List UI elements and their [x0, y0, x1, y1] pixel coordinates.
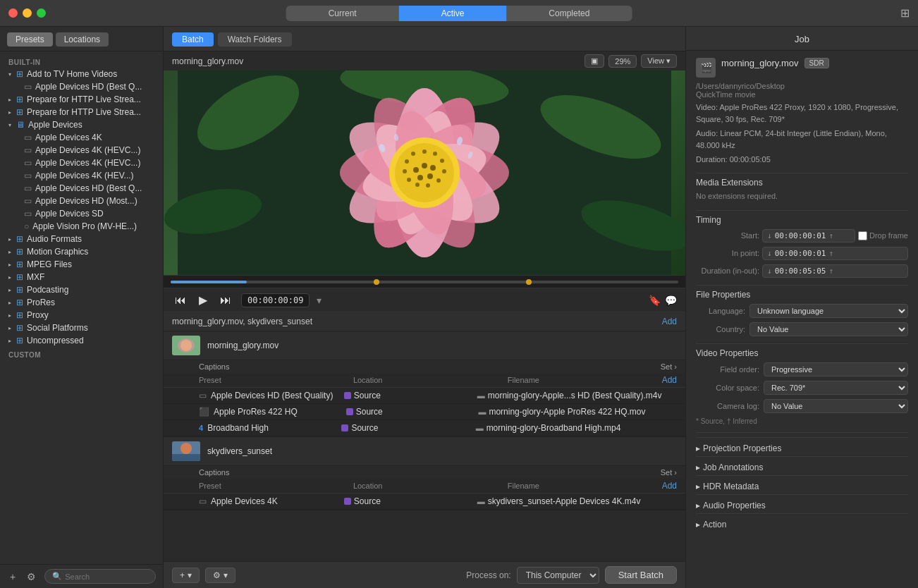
sidebar-item-4k-1[interactable]: ▭ Apple Devices 4K: [0, 131, 163, 144]
sidebar-item-mxf[interactable]: ▸ ⊞ MXF: [0, 271, 163, 283]
sidebar-tab-presets[interactable]: Presets: [7, 32, 53, 47]
drop-frame-checkbox[interactable]: [858, 231, 867, 240]
stepper-up-icon[interactable]: ↑: [828, 249, 833, 258]
stepper-up-icon[interactable]: ↑: [828, 231, 833, 240]
stepper-down-icon[interactable]: ↓: [767, 249, 772, 258]
tab-current[interactable]: Current: [286, 6, 399, 21]
dual-preview-toggle[interactable]: ▣: [585, 54, 604, 68]
file-group-header-1[interactable]: morning_glory.mov: [164, 331, 685, 360]
motion-icon: ⊞: [16, 247, 23, 257]
sidebar-item-4k-hevc-2[interactable]: ▭ Apple Devices 4K (HEVC...): [0, 157, 163, 169]
timeline-track: [171, 281, 678, 283]
sidebar-item-4k-hevc-1[interactable]: ▭ Apple Devices 4K (HEVC...): [0, 144, 163, 157]
drop-frame-check[interactable]: Drop frame: [858, 231, 908, 240]
plus-icon: +: [180, 570, 185, 580]
tab-watch-folders[interactable]: Watch Folders: [218, 32, 292, 47]
sidebar: Presets Locations BUILT-IN ▾ ⊞ Add to TV…: [0, 27, 164, 588]
preview-image: [164, 71, 685, 275]
field-order-select[interactable]: Progressive: [764, 362, 908, 376]
sidebar-item-social-platforms[interactable]: ▸ ⊞ Social Platforms: [0, 321, 163, 334]
field-order-row: Field order: Progressive: [696, 362, 908, 376]
timing-inpoint-value[interactable]: ↓ 00:00:00:01 ↑: [762, 247, 908, 260]
sidebar-item-prepare-http-2[interactable]: ▸ ⊞ Prepare for HTTP Live Strea...: [0, 106, 163, 118]
comment-button[interactable]: 💬: [665, 295, 677, 306]
add-preset-button[interactable]: +: [7, 570, 18, 584]
col-preset-1: Preset: [199, 376, 353, 384]
stepper-down-icon[interactable]: ↓: [767, 231, 772, 240]
sidebar-item-vision-pro[interactable]: ○ Apple Vision Pro (MV-HE...): [0, 220, 163, 233]
hdr-metadata-title[interactable]: ▸ HDR Metadata: [696, 482, 908, 491]
layout-icon[interactable]: ⊞: [900, 6, 910, 20]
media-extensions-title[interactable]: Media Extensions: [696, 178, 908, 188]
language-select[interactable]: Unknown language: [749, 304, 908, 318]
job-annotations-section: ▸ Job Annotations: [696, 456, 908, 475]
color-space-select[interactable]: Rec. 709*: [764, 381, 908, 395]
sidebar-tab-locations[interactable]: Locations: [56, 32, 109, 47]
sidebar-item-hd-best[interactable]: ▭ Apple Devices HD (Best Q...: [0, 182, 163, 195]
search-icon: 🔍: [52, 572, 62, 581]
process-on-select[interactable]: This Computer: [517, 567, 599, 584]
sidebar-item-prores[interactable]: ▸ ⊞ ProRes: [0, 296, 163, 309]
sidebar-item-proxy[interactable]: ▸ ⊞ Proxy: [0, 309, 163, 321]
sidebar-item-label: Proxy: [27, 310, 157, 320]
sidebar-item-add-to-tv[interactable]: ▾ ⊞ Add to TV Home Videos: [0, 68, 163, 80]
sidebar-item-uncompressed[interactable]: ▸ ⊞ Uncompressed: [0, 334, 163, 347]
chevron-right-icon: ▸: [8, 300, 11, 306]
sidebar-item-podcasting[interactable]: ▸ ⊞ Podcasting: [0, 283, 163, 296]
device-icon: ▭: [24, 145, 32, 155]
camera-log-select[interactable]: No Value: [764, 399, 908, 413]
timeline-bar[interactable]: [164, 275, 685, 288]
file-name-1: morning_glory.mov: [207, 341, 677, 350]
add-preset-row-button-2[interactable]: Add: [662, 481, 677, 491]
timing-duration-value[interactable]: ↓ 00:00:05:05 ↑: [762, 264, 908, 278]
sidebar-item-sd[interactable]: ▭ Apple Devices SD: [0, 207, 163, 220]
add-file-button[interactable]: + ▾: [172, 568, 200, 583]
zoom-button[interactable]: 29%: [608, 55, 637, 68]
chevron-right-icon: ▸: [8, 249, 11, 255]
close-button[interactable]: [8, 8, 18, 18]
settings-button-bottom[interactable]: ⚙ ▾: [205, 568, 235, 583]
sidebar-item-apple-devices-hd[interactable]: ▭ Apple Devices HD (Best Q...: [0, 80, 163, 93]
sidebar-item-audio-formats[interactable]: ▸ ⊞ Audio Formats: [0, 233, 163, 245]
settings-button[interactable]: ⚙: [24, 570, 39, 584]
start-batch-button[interactable]: Start Batch: [605, 566, 677, 584]
sidebar-item-mpeg-files[interactable]: ▸ ⊞ MPEG Files: [0, 258, 163, 271]
tab-completed[interactable]: Completed: [506, 6, 632, 21]
sidebar-item-motion-graphics[interactable]: ▸ ⊞ Motion Graphics: [0, 245, 163, 258]
add-preset-row-button-1[interactable]: Add: [662, 375, 677, 385]
stepper-down-icon[interactable]: ↓: [767, 267, 772, 276]
col-filename-1: Filename: [508, 376, 662, 384]
search-input[interactable]: [65, 572, 148, 581]
divider: [696, 173, 908, 173]
audio-properties-title[interactable]: ▸ Audio Properties: [696, 501, 908, 510]
sidebar-item-apple-devices[interactable]: ▾ 🖥 Apple Devices: [0, 118, 163, 131]
view-button[interactable]: View ▾: [641, 54, 677, 68]
action-title[interactable]: ▸ Action: [696, 520, 908, 529]
timecode-dropdown-icon[interactable]: ▾: [317, 295, 322, 306]
tab-batch[interactable]: Batch: [172, 32, 214, 47]
preset-location: Source: [344, 496, 477, 506]
projection-properties-title[interactable]: ▸ Projection Properties: [696, 443, 908, 453]
bookmark-button[interactable]: 🔖: [649, 295, 661, 306]
tab-active[interactable]: Active: [399, 6, 507, 21]
file-group-header-2[interactable]: skydivers_sunset: [164, 437, 685, 465]
sidebar-item-prepare-http-1[interactable]: ▸ ⊞ Prepare for HTTP Live Strea...: [0, 93, 163, 106]
batch-add-button[interactable]: Add: [662, 317, 677, 326]
skip-back-button[interactable]: ⏮: [172, 293, 189, 308]
set-captions-button-1[interactable]: Set ›: [661, 362, 677, 371]
preview-area: morning_glory.mov ▣ 29% View ▾: [164, 51, 685, 312]
job-annotations-title[interactable]: ▸ Job Annotations: [696, 463, 908, 472]
chevron-right-icon: ▸: [696, 443, 700, 453]
skip-forward-button[interactable]: ⏭: [217, 293, 234, 308]
minimize-button[interactable]: [23, 8, 32, 18]
sidebar-item-4k-hevc-3[interactable]: ▭ Apple Devices 4K (HEV...): [0, 169, 163, 182]
timing-start-value[interactable]: ↓ 00:00:00:01 ↑: [762, 229, 855, 243]
svg-point-36: [417, 175, 423, 180]
maximize-button[interactable]: [37, 8, 46, 18]
play-button[interactable]: ▶: [196, 292, 210, 308]
stepper-up-icon[interactable]: ↑: [828, 267, 833, 276]
set-captions-button-2[interactable]: Set ›: [661, 468, 677, 477]
sidebar-item-hd-most[interactable]: ▭ Apple Devices HD (Most...): [0, 195, 163, 207]
timing-inpoint-label: In point:: [696, 249, 759, 257]
country-select[interactable]: No Value: [749, 322, 908, 336]
